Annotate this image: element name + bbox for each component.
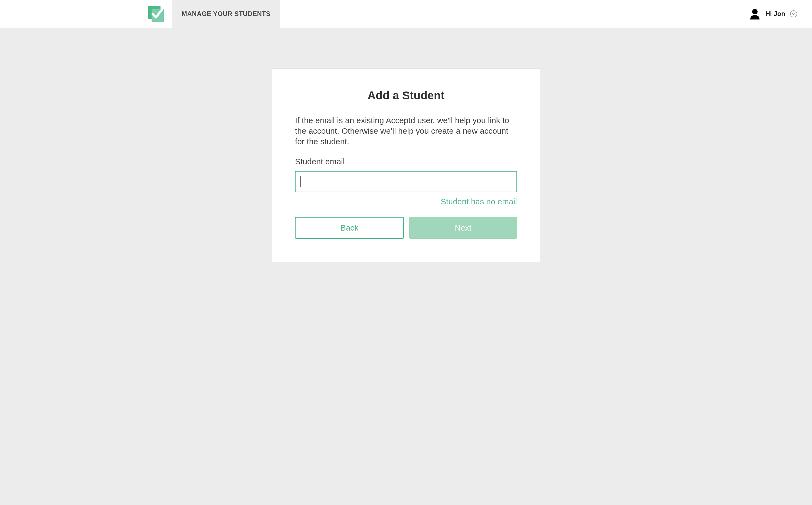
button-row: Back Next (295, 217, 517, 239)
user-menu[interactable]: Hi Jon (749, 8, 797, 19)
no-email-link[interactable]: Student has no email (441, 197, 517, 206)
email-input-wrapper (295, 171, 517, 192)
back-button[interactable]: Back (295, 217, 404, 239)
chevron-down-icon (790, 10, 797, 17)
main-content: Add a Student If the email is an existin… (0, 28, 812, 262)
link-row: Student has no email (295, 197, 517, 206)
user-avatar-icon (749, 8, 761, 19)
nav-tab-manage-students[interactable]: MANAGE YOUR STUDENTS (172, 0, 280, 28)
nav-tab-label: MANAGE YOUR STUDENTS (182, 10, 271, 18)
svg-point-3 (790, 11, 797, 17)
card-description: If the email is an existing Acceptd user… (295, 115, 517, 147)
logo-wrapper (0, 0, 172, 28)
student-email-input[interactable] (295, 171, 517, 192)
header: MANAGE YOUR STUDENTS Hi Jon (0, 0, 812, 28)
email-label: Student email (295, 157, 517, 166)
card-title: Add a Student (295, 89, 517, 102)
app-logo[interactable] (148, 6, 164, 22)
user-greeting: Hi Jon (766, 10, 785, 18)
next-button[interactable]: Next (409, 217, 517, 239)
svg-point-2 (752, 9, 758, 14)
add-student-card: Add a Student If the email is an existin… (272, 68, 540, 262)
header-left: MANAGE YOUR STUDENTS (0, 0, 280, 28)
header-right: Hi Jon (734, 0, 812, 28)
